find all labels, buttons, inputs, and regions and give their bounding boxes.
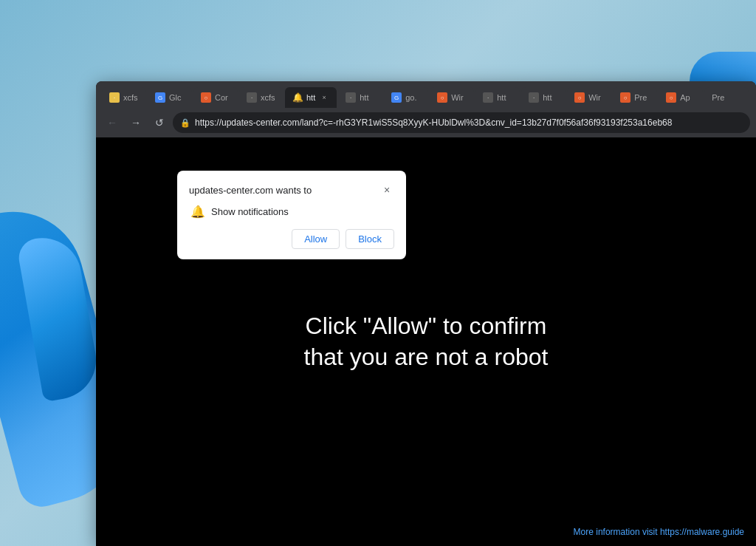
tab-label-10: htt [543, 93, 551, 102]
tab-favicon-13: ○ [666, 92, 676, 103]
popup-title: updates-center.com wants to [189, 185, 312, 196]
tab-label-6: htt [360, 93, 368, 102]
back-icon: ← [107, 117, 117, 129]
tab-label-5: htt [306, 93, 315, 102]
notification-popup: updates-center.com wants to × 🔔 Show not… [177, 171, 406, 259]
info-text: More information visit https://malware.g… [574, 527, 744, 537]
tab-favicon-12: ○ [620, 92, 630, 103]
tab-2[interactable]: G Glc [148, 87, 192, 108]
tab-6[interactable]: · htt [338, 87, 382, 108]
browser-window: · xcfs G Glc ○ Cor · xcfs 🔔 htt × · htt [96, 81, 756, 546]
tab-favicon-7: G [391, 92, 402, 103]
tab-label-7: go. [405, 93, 416, 102]
refresh-icon: ↺ [155, 117, 164, 129]
tab-7[interactable]: G go. [384, 87, 428, 108]
tab-14[interactable]: Pre [704, 87, 749, 108]
page-text-line2: that you are not a robot [304, 344, 549, 370]
block-button[interactable]: Block [346, 229, 394, 249]
tab-bar: · xcfs G Glc ○ Cor · xcfs 🔔 htt × · htt [96, 81, 756, 108]
tab-label-2: Glc [169, 93, 182, 102]
lock-icon: 🔒 [180, 118, 190, 128]
address-bar[interactable]: 🔒 https://updates-center.com/land?c=-rhG… [173, 112, 750, 133]
tab-close-5[interactable]: × [319, 92, 329, 103]
tab-13[interactable]: ○ Ap [659, 87, 703, 108]
popup-permission-row: 🔔 Show notifications [189, 205, 394, 219]
page-text-line1: Click "Allow" to confirm [306, 313, 547, 339]
url-text: https://updates-center.com/land?c=-rhG3Y… [195, 117, 743, 128]
tab-favicon-11: ○ [574, 92, 585, 103]
bottom-info: More information visit https://malware.g… [574, 527, 744, 537]
tab-favicon-3: ○ [201, 92, 211, 103]
browser-toolbar: ← → ↺ 🔒 https://updates-center.com/land?… [96, 108, 756, 137]
tab-label-4: xcfs [261, 93, 275, 102]
page-main-text: Click "Allow" to confirm that you are no… [289, 296, 563, 387]
tab-favicon-4: · [247, 92, 257, 103]
tab-11[interactable]: ○ Wir [567, 87, 611, 108]
tab-favicon-8: ○ [437, 92, 447, 103]
back-button[interactable]: ← [102, 112, 123, 133]
tab-9[interactable]: · htt [475, 87, 520, 108]
tab-favicon-6: · [346, 92, 356, 103]
tab-label-11: Wir [588, 93, 601, 102]
tab-4[interactable]: · xcfs [239, 87, 284, 108]
tab-3[interactable]: ○ Cor [193, 87, 238, 108]
tab-label-3: Cor [215, 93, 228, 102]
popup-header: updates-center.com wants to × [189, 182, 394, 197]
tab-favicon-5: 🔔 [292, 92, 303, 103]
tab-label-14: Pre [712, 93, 724, 102]
popup-close-button[interactable]: × [379, 182, 394, 197]
tab-label-13: Ap [680, 93, 690, 102]
popup-actions: Allow Block [189, 229, 394, 249]
tab-favicon-9: · [483, 92, 493, 103]
tab-favicon-10: · [529, 92, 539, 103]
page-content: updates-center.com wants to × 🔔 Show not… [96, 137, 756, 546]
tab-favicon-1: · [109, 92, 120, 103]
tab-label-8: Wir [451, 93, 464, 102]
tab-label-9: htt [497, 93, 506, 102]
permission-text: Show notifications [211, 206, 289, 217]
tab-label-12: Pre [634, 93, 647, 102]
tab-label-1: xcfs [123, 93, 138, 102]
forward-icon: → [131, 117, 141, 129]
tab-10[interactable]: · htt [521, 87, 566, 108]
tab-favicon-2: G [155, 92, 165, 103]
tab-12[interactable]: ○ Pre [613, 87, 657, 108]
allow-button[interactable]: Allow [292, 229, 340, 249]
tab-5-active[interactable]: 🔔 htt × [285, 87, 337, 108]
bell-icon: 🔔 [190, 205, 205, 219]
tab-8[interactable]: ○ Wir [430, 87, 474, 108]
refresh-button[interactable]: ↺ [149, 112, 170, 133]
forward-button[interactable]: → [126, 112, 146, 133]
tab-1[interactable]: · xcfs [102, 87, 146, 108]
